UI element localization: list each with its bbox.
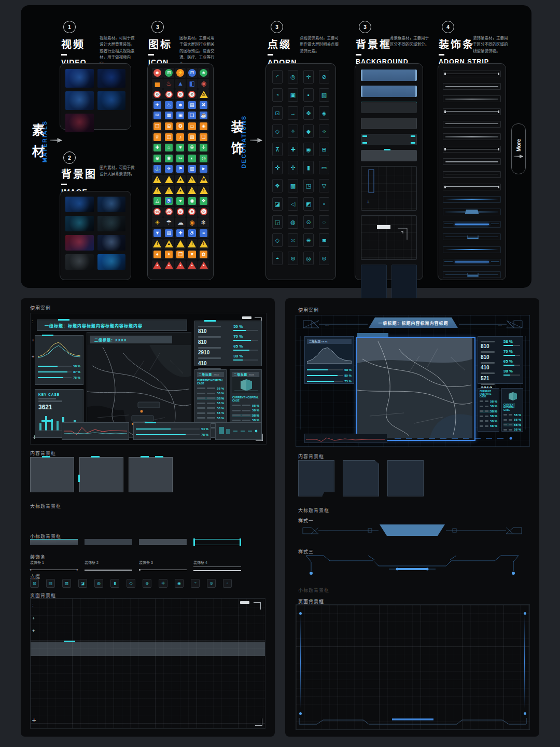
stat-label-bar	[198, 347, 221, 349]
rain-icon: ☂	[166, 219, 172, 226]
adorn-glyph-26: ◳	[303, 179, 314, 192]
adorn-dot-3: ◪	[78, 579, 87, 588]
adorn-glyph-12: ◇	[272, 125, 283, 138]
row-pct: 58 %	[217, 392, 224, 395]
no-car-icon: ⊘	[188, 91, 195, 98]
icon-shopping-bag: ❒	[152, 121, 163, 131]
progress-track	[307, 375, 343, 376]
row-text-bar	[242, 410, 250, 411]
progress-row: 58 %	[307, 368, 352, 371]
adorn-strip-1	[443, 71, 501, 77]
progress-track	[38, 377, 72, 378]
hospital-row: 58 %	[197, 397, 224, 400]
content-frame-2	[79, 457, 123, 492]
hospital-sub: xxxx	[249, 373, 254, 376]
no-touch-icon: ✱	[188, 208, 195, 215]
icon-meal: ☕	[198, 110, 209, 120]
crossing-warn-icon: ⚠	[200, 91, 208, 98]
icon-anchor: ⚓	[152, 164, 163, 174]
icon-fuel-pump: ♨	[163, 79, 174, 89]
stat-value: 810	[198, 328, 230, 334]
icon-clipboard: ❏	[198, 132, 209, 142]
row-text-bar	[232, 410, 241, 411]
adorn-glyph-17: ✚	[288, 143, 298, 156]
adorn-glyph-27: ▽	[319, 179, 329, 192]
row-text-bar	[480, 425, 483, 427]
r-small-title-label: 小标题背景框	[298, 587, 329, 593]
rdash-city-map	[357, 338, 472, 438]
progress-value: 78 %	[201, 433, 208, 436]
row-text-bar	[480, 410, 483, 412]
syringe-icon: ✛	[200, 144, 207, 151]
progress-row: 58 %	[38, 365, 80, 368]
strip-group: 装饰条 1装饰条 2装饰条 3装饰条 4	[30, 560, 241, 571]
row-pct: 58 %	[514, 418, 521, 421]
heart-care-icon: ♥	[188, 251, 196, 258]
adorn-dot-4: ◍	[94, 579, 103, 588]
svg-text:.....: .....	[498, 323, 502, 326]
row-text-bar	[509, 429, 512, 431]
more-button[interactable]: More	[511, 123, 526, 174]
icon-diamond: ♦	[152, 250, 163, 259]
icon-heel: ♪	[175, 132, 186, 142]
progress-value: 75 %	[344, 380, 352, 383]
icon-warn: !	[152, 186, 163, 196]
bar-cyan-notch	[361, 150, 417, 161]
dash	[61, 184, 67, 185]
warn-icon: !	[153, 187, 161, 194]
stat-value: 521	[481, 376, 501, 381]
adorn-strip-17	[443, 271, 501, 278]
usage-right-panel: 使用案例 一级标题：标题内容标题内容标题 .......... 二级标题 xxx…	[285, 298, 539, 737]
rdash-hospital-1: CURRENT HOSPITAL CASE 58 %58 %58 %58 %58…	[478, 388, 499, 432]
row-pct: 58 %	[217, 407, 224, 410]
icon-luggage: ▤	[187, 100, 198, 110]
style3-graphic	[296, 554, 529, 580]
strip-desc: 装饰条素材，主要用于区分不同的区域的线型条装饰物。	[473, 35, 510, 54]
row-text-bar	[232, 420, 241, 421]
warn-hill-icon: ▲	[165, 240, 173, 247]
strip-sample-name: 装饰条 3	[139, 560, 187, 565]
adorn-glyph-40: ◓	[272, 252, 283, 265]
strip-sample-2: 装饰条 2	[85, 560, 132, 571]
stat-label-bar	[481, 372, 495, 374]
row-text-bar	[503, 424, 507, 425]
icon-document: ✉	[152, 110, 163, 120]
bus-icon: ⊞	[165, 69, 173, 77]
adorn-glyph-8: ⊡	[272, 106, 283, 120]
icon-flask: △	[152, 196, 163, 206]
content-frame-row	[30, 457, 173, 492]
strip-sample-name: 装饰条 4	[193, 560, 241, 565]
dashboard-badge	[242, 316, 251, 319]
icon-sun: ☀	[152, 217, 163, 227]
icon-lungs: ❖	[198, 196, 209, 206]
car-icon: ⊟	[188, 69, 196, 77]
no-moto-icon: ⊘	[165, 91, 173, 98]
content-frame-1	[30, 457, 74, 492]
thumbnail-dark-terrain	[97, 216, 126, 231]
icon-heart-care: ♥	[187, 250, 198, 259]
r-content-frame-3	[387, 460, 424, 496]
stat-pct-value: 38 %	[503, 369, 520, 374]
row-text-bar	[485, 425, 488, 427]
stethoscope-icon: ✇	[188, 144, 196, 151]
warn-icon: !	[200, 187, 208, 194]
stat-pct-track	[233, 350, 258, 351]
icon-fuel-station: ⚡	[175, 68, 186, 78]
mountain-icon: ▲	[177, 80, 184, 87]
icon-no-touch: ✱	[187, 207, 198, 217]
hospital-row: 58 %	[480, 424, 497, 427]
thumbnail-network-lines	[65, 91, 94, 110]
icon-warn-wave: ∿	[187, 175, 198, 185]
row-pct: 58 %	[217, 387, 224, 390]
adorn-glyph-6: ▪	[303, 88, 314, 102]
icon-lantern: ✿	[198, 250, 209, 259]
dash-title: 一级标题：标题内容标题内容标题内容标题内容	[45, 323, 143, 328]
row-text-bar	[232, 405, 241, 406]
clothes-icon: ▨	[188, 133, 196, 141]
adorn-glyph-2: ✛	[303, 70, 314, 84]
strip-sample-4: 装饰条 4	[193, 560, 241, 571]
more-arrow-icon	[513, 155, 523, 158]
stat-pct-track	[503, 355, 520, 356]
section-icon-header: 图标 ICON	[148, 36, 172, 66]
svg-text:+: +	[367, 199, 370, 205]
